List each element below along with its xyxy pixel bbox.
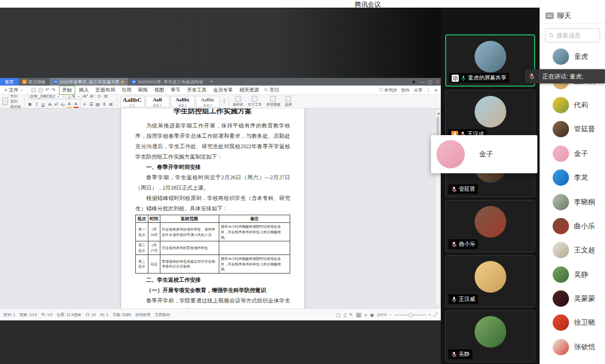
share-button[interactable]: 分享 (414, 87, 422, 93)
video-tile[interactable]: 王汉威 (445, 255, 535, 307)
zoom-out-button[interactable]: − (390, 313, 392, 317)
new-tab-button[interactable]: + (207, 78, 216, 86)
style-preset[interactable]: AaBbC 正文 (121, 96, 145, 107)
copy-button[interactable]: 复制 (10, 99, 21, 104)
ribbon-menu-item[interactable]: 稻壳资源 (237, 86, 262, 94)
align-center-icon[interactable]: ☰ (89, 102, 94, 107)
chat-member-row[interactable]: 曲小乐 (540, 214, 605, 238)
more-options-icon[interactable]: ⋮ (426, 88, 430, 93)
document-canvas[interactable]: 学生防控组工作实施方案 为统筹推进新学期工作开展，保持平稳有序的教育教学秩序，按… (0, 108, 441, 308)
ribbon-menu-item[interactable]: 视图 (152, 86, 167, 94)
status-item[interactable]: 行: 10 (86, 312, 96, 318)
zoom-level[interactable]: 100% (377, 313, 387, 317)
ribbon-menu-item[interactable]: 会员专享 (211, 86, 236, 94)
member-name: 张钦恺 (574, 342, 595, 352)
ribbon-tool-button[interactable]: 选择 (285, 96, 292, 107)
video-tile[interactable]: 曲小乐 (445, 200, 535, 252)
ribbon-menu-item[interactable]: 插入 (76, 86, 92, 94)
file-menu-button[interactable]: ≡ 文件 ∨ (0, 86, 28, 94)
minimize-button[interactable]: — (420, 80, 424, 84)
status-item[interactable]: 页码: 1 (3, 312, 15, 318)
status-item[interactable]: 拼写检查 (135, 312, 151, 318)
video-tile[interactable]: 王汉成 (445, 90, 535, 142)
chat-member-row[interactable]: 王文超 (540, 238, 605, 262)
ribbon-menu-item[interactable]: 页面布局 (93, 86, 118, 94)
ribbon-menu-item[interactable]: 章节 (168, 86, 183, 94)
chat-member-row[interactable]: 张钦恺 (540, 335, 605, 359)
justify-icon[interactable]: ▤ (95, 102, 100, 107)
ink-view-icon[interactable]: ✎ (349, 312, 354, 318)
underline-button[interactable]: U (41, 102, 46, 107)
subscript-button[interactable]: x₂ (61, 102, 65, 107)
ribbon-menu-item[interactable]: 引用 (119, 86, 134, 94)
document-page[interactable]: 学生防控组工作实施方案 为统筹推进新学期工作开展，保持平稳有序的教育教学秩序，按… (121, 108, 304, 308)
collapse-ribbon-icon[interactable]: ∧ (434, 88, 438, 93)
ribbon-tool-button[interactable]: 文字工具 (248, 96, 262, 107)
chat-member-row[interactable]: 金子 (540, 142, 605, 166)
page-view-icon[interactable]: ▯ (344, 312, 346, 318)
zoom-slider-knob[interactable] (409, 313, 413, 317)
video-tile[interactable]: 童虎的屏幕共享 (445, 34, 535, 87)
status-item[interactable]: 文档校对 (155, 312, 170, 318)
status-item[interactable]: 位置: 11.5厘米 (57, 312, 81, 318)
save-icon[interactable] (31, 88, 36, 93)
outline-view-icon[interactable]: ≡ (364, 312, 367, 318)
font-color-button[interactable]: A (74, 101, 79, 108)
ribbon-menu-item[interactable]: 开始 (59, 86, 75, 95)
chat-member-row[interactable]: 吴蒙蒙 (540, 287, 605, 311)
member-search-box[interactable] (545, 28, 600, 43)
zoom-slider[interactable] (394, 314, 426, 316)
account-avatar[interactable] (411, 80, 416, 84)
superscript-button[interactable]: x² (54, 102, 59, 107)
paste-icon[interactable] (2, 98, 8, 105)
chat-member-row[interactable]: 李晓桐 (540, 190, 605, 214)
bold-button[interactable]: B (28, 102, 33, 107)
chat-member-row[interactable]: 童虎 (540, 45, 605, 69)
style-preset[interactable]: AaBb( 标题 3 (196, 96, 220, 107)
status-item[interactable]: 字数: 5285 (112, 312, 130, 318)
chat-member-row[interactable]: 徐卫晓 (540, 311, 605, 335)
wps-home-tab[interactable]: 首页 (0, 78, 19, 86)
align-left-icon[interactable]: ≡ (82, 102, 87, 107)
sync-status-button[interactable]: 未同步 (379, 87, 397, 93)
wps-tab-bar: 首页 D 稻壳模板 W 2022年春季开..校工作实施方案 W 20220221… (0, 78, 441, 86)
scroll-up-arrow-icon[interactable] (437, 111, 440, 114)
zoom-in-button[interactable]: + (429, 313, 431, 317)
style-preset[interactable]: AaBb( 标题 2 (171, 96, 195, 107)
chat-member-row[interactable]: 李龙 (540, 166, 605, 190)
ribbon-tool-button[interactable]: 查找替换 (266, 96, 280, 107)
collaborate-button[interactable]: 协作 (401, 87, 410, 93)
ribbon-menu-item[interactable]: 开发工具 (184, 86, 209, 94)
line-spacing-icon[interactable]: ⇕ (102, 102, 107, 107)
wps-docer-tab[interactable]: D 稻壳模板 (19, 78, 50, 86)
find-command[interactable]: 查找 (264, 87, 279, 94)
status-item[interactable]: 节: 1/3 (41, 312, 52, 318)
chat-member-row[interactable]: 代莉 (540, 93, 605, 117)
close-button[interactable]: ✕ (436, 80, 440, 84)
print-icon[interactable] (38, 88, 43, 93)
style-gallery-scroll[interactable]: ▲▼ (223, 99, 226, 104)
fullscreen-view-icon[interactable]: ▢ (336, 312, 341, 318)
chat-member-row[interactable]: 管廷晋 (540, 117, 605, 141)
wps-document-tab-active[interactable]: W 2022年春季开..校工作实施方案 (50, 78, 128, 86)
ribbon-menu-item[interactable]: 审阅 (135, 86, 151, 94)
undo-icon[interactable]: ↶ (45, 87, 50, 93)
shading-icon[interactable]: ⊞ (109, 102, 113, 107)
eye-protect-icon[interactable]: ◉ (370, 312, 374, 318)
status-item[interactable]: 列: 1 (100, 312, 109, 318)
redo-icon[interactable]: ↷ (51, 87, 56, 93)
style-preset[interactable]: AaB 标题 1 (146, 96, 170, 107)
read-mode-icon[interactable]: ▤ (356, 312, 362, 318)
italic-button[interactable]: I (34, 102, 39, 107)
status-item[interactable]: 页面: 1/13 (20, 312, 37, 318)
chat-member-row[interactable]: 吴静 (540, 263, 605, 287)
strikethrough-button[interactable]: A̶ (47, 102, 52, 107)
video-tile[interactable]: 吴静 (445, 310, 535, 362)
highlight-color-button[interactable]: A (67, 101, 72, 108)
fit-page-icon[interactable]: ⤢ (434, 312, 438, 318)
table-header-cell: 时间 (148, 215, 160, 223)
search-input[interactable] (556, 32, 596, 39)
ribbon-tool-button[interactable]: 新样式 (232, 96, 243, 107)
maximize-button[interactable]: ▢ (428, 80, 433, 84)
wps-document-tab[interactable]: W 20220221学..学生处工作会议内容 (128, 78, 207, 86)
